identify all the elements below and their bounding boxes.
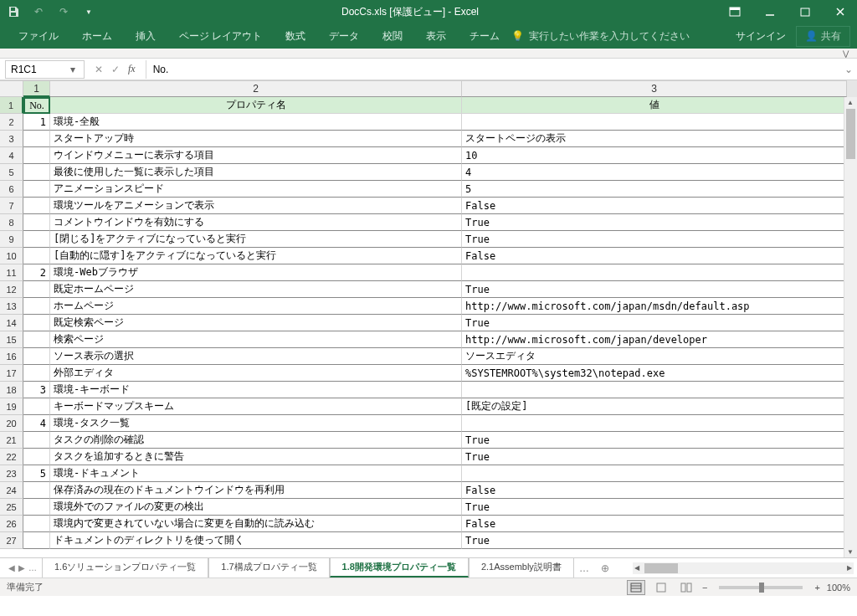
undo-icon[interactable]: ↶ <box>32 5 45 18</box>
row-header[interactable]: 22 <box>0 449 23 465</box>
cell-no[interactable] <box>23 315 50 331</box>
cell-prop[interactable]: 環境内で変更されていない場合に変更を自動的に読み込む <box>50 516 462 532</box>
row-header[interactable]: 13 <box>0 298 23 315</box>
cell-no[interactable] <box>23 248 50 264</box>
cell-prop[interactable]: アニメーションスピード <box>50 181 462 198</box>
cell-prop[interactable]: 環境外でのファイルの変更の検出 <box>50 499 462 516</box>
cell-val[interactable]: True <box>462 449 847 465</box>
cell-prop[interactable]: 最後に使用した一覧に表示した項目 <box>50 164 462 181</box>
row-header[interactable]: 23 <box>0 465 23 482</box>
row-header[interactable]: 24 <box>0 482 23 499</box>
row-header[interactable]: 6 <box>0 181 23 198</box>
select-all-corner[interactable] <box>0 80 23 97</box>
col-header-3[interactable]: 3 <box>462 80 847 97</box>
horizontal-scrollbar[interactable]: ◀ ▶ <box>633 562 854 574</box>
cell-no[interactable]: 3 <box>23 382 50 398</box>
cell-val[interactable]: http://www.microsoft.com/japan/developer <box>462 331 847 348</box>
cell-val[interactable]: True <box>462 432 847 449</box>
tab-team[interactable]: チーム <box>458 24 511 49</box>
cell-no[interactable] <box>23 231 50 248</box>
row-header[interactable]: 10 <box>0 248 23 264</box>
name-box[interactable]: R1C1 ▾ <box>5 60 85 79</box>
cell-prop[interactable]: 環境-タスク一覧 <box>50 415 462 432</box>
add-sheet-icon[interactable]: ⊕ <box>594 562 616 574</box>
cell-header-prop[interactable]: プロパティ名 <box>50 97 462 114</box>
cell-prop[interactable]: ドキュメントのディレクトリを使って開く <box>50 532 462 549</box>
cell-no[interactable] <box>23 198 50 214</box>
row-header[interactable]: 3 <box>0 131 23 147</box>
cell-val[interactable]: スタートページの表示 <box>462 131 847 147</box>
fx-icon[interactable]: fx <box>128 63 136 75</box>
maximize-icon[interactable] <box>795 3 815 20</box>
formula-input[interactable]: No. <box>146 60 840 79</box>
tab-review[interactable]: 校閲 <box>371 24 414 49</box>
row-header[interactable]: 8 <box>0 214 23 231</box>
tellme-search[interactable]: 💡 実行したい作業を入力してください <box>511 29 690 44</box>
cell-no[interactable]: 2 <box>23 264 50 281</box>
cell-prop[interactable]: ホームページ <box>50 298 462 315</box>
cell-no[interactable] <box>23 281 50 298</box>
cell-prop[interactable]: [閉じる]をアクティブになっていると実行 <box>50 231 462 248</box>
cell-no[interactable]: 4 <box>23 415 50 432</box>
zoom-slider-thumb[interactable] <box>759 583 764 593</box>
view-pagelayout-icon[interactable] <box>652 580 670 595</box>
row-header[interactable]: 9 <box>0 231 23 248</box>
tab-data[interactable]: データ <box>317 24 371 49</box>
zoom-slider[interactable] <box>719 586 803 589</box>
cell-no[interactable] <box>23 449 50 465</box>
sheet-tab[interactable]: 2.1Assembly説明書 <box>469 558 574 578</box>
sheet-tab[interactable]: 1.8開発環境プロパティ一覧 <box>330 558 469 578</box>
cell-prop[interactable]: ソース表示の選択 <box>50 348 462 365</box>
view-pagebreak-icon[interactable] <box>677 580 695 595</box>
cell-prop[interactable]: キーボードマップスキーム <box>50 398 462 415</box>
sheet-nav-next-icon[interactable]: ▶ <box>18 563 25 572</box>
row-header[interactable]: 1 <box>0 97 23 114</box>
tab-view[interactable]: 表示 <box>414 24 458 49</box>
cell-no[interactable] <box>23 147 50 164</box>
cell-no[interactable] <box>23 298 50 315</box>
cell-prop[interactable]: 既定ホームページ <box>50 281 462 298</box>
cell-no[interactable] <box>23 331 50 348</box>
cell-prop[interactable]: 検索ページ <box>50 331 462 348</box>
qat-dropdown-icon[interactable]: ▼ <box>82 5 95 18</box>
sheet-nav-prev-icon[interactable]: ◀ <box>8 563 15 572</box>
cell-no[interactable] <box>23 432 50 449</box>
cell-prop[interactable]: ウインドウメニューに表示する項目 <box>50 147 462 164</box>
cell-prop[interactable]: 環境ツールをアニメーションで表示 <box>50 198 462 214</box>
sheet-nav-more-icon[interactable]: … <box>28 563 37 572</box>
expand-ribbon-icon[interactable]: ⋁ <box>843 49 849 58</box>
row-header[interactable]: 18 <box>0 382 23 398</box>
ribbon-display-icon[interactable] <box>725 3 745 20</box>
cell-no[interactable] <box>23 499 50 516</box>
view-normal-icon[interactable] <box>627 580 645 595</box>
cell-prop[interactable]: スタートアップ時 <box>50 131 462 147</box>
cell-val[interactable]: %SYSTEMROOT%\system32\notepad.exe <box>462 365 847 382</box>
col-header-1[interactable]: 1 <box>23 80 50 97</box>
cell-val[interactable]: 4 <box>462 164 847 181</box>
sheet-more-icon[interactable]: … <box>574 562 594 574</box>
confirm-formula-icon[interactable]: ✓ <box>111 64 120 75</box>
cell-no[interactable] <box>23 365 50 382</box>
tab-home[interactable]: ホーム <box>70 24 124 49</box>
cell-prop[interactable]: 環境-Webブラウザ <box>50 264 462 281</box>
cell-no[interactable]: 1 <box>23 114 50 131</box>
tab-insert[interactable]: 挿入 <box>124 24 167 49</box>
row-header[interactable]: 16 <box>0 348 23 365</box>
cell-no[interactable] <box>23 131 50 147</box>
row-header[interactable]: 19 <box>0 398 23 415</box>
spreadsheet-grid[interactable]: 1 2 3 1No.プロパティ名値21環境-全般3スタートアップ時スタートページ… <box>0 80 857 557</box>
cell-val[interactable]: http://www.microsoft.com/japan/msdn/defa… <box>462 298 847 315</box>
cell-val[interactable]: True <box>462 532 847 549</box>
cell-prop[interactable]: [自動的に隠す]をアクティブになっていると実行 <box>50 248 462 264</box>
zoom-in-icon[interactable]: + <box>814 583 819 593</box>
row-header[interactable]: 5 <box>0 164 23 181</box>
col-header-2[interactable]: 2 <box>50 80 462 97</box>
cell-val[interactable] <box>462 382 847 398</box>
cell-header-val[interactable]: 値 <box>462 97 847 114</box>
row-header[interactable]: 14 <box>0 315 23 331</box>
cell-val[interactable] <box>462 264 847 281</box>
minimize-icon[interactable] <box>760 3 780 20</box>
redo-icon[interactable]: ↷ <box>57 5 70 18</box>
cell-val[interactable]: False <box>462 482 847 499</box>
cell-val[interactable]: 5 <box>462 181 847 198</box>
